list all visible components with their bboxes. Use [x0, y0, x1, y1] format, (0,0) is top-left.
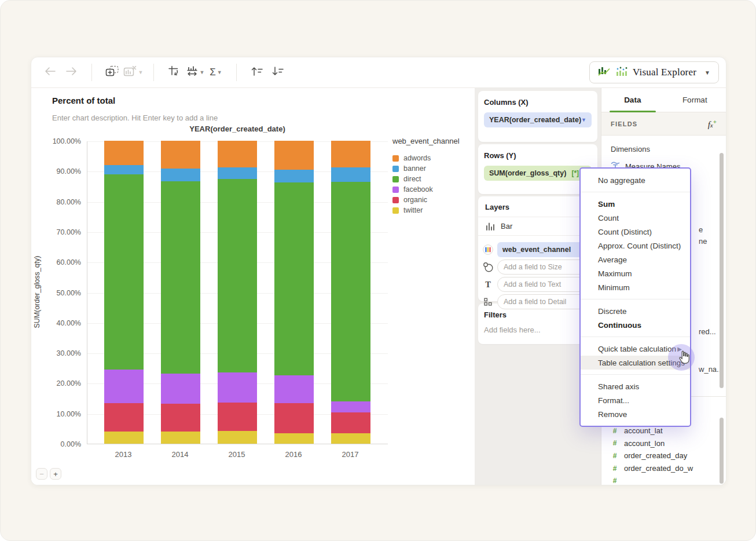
dimensions-scrollbar[interactable] — [720, 153, 724, 388]
bar-segment-banner[interactable] — [104, 165, 144, 174]
bar-segment-adwords[interactable] — [331, 141, 370, 167]
bar-segment-twitter[interactable] — [218, 431, 257, 444]
bar-segment-facebook[interactable] — [104, 370, 144, 403]
menu-item-maximum[interactable]: Maximum — [581, 266, 690, 280]
text-encoding-icon: T — [483, 280, 493, 289]
y-tick-label: 10.00% — [31, 410, 81, 418]
toolbar-divider — [153, 64, 154, 81]
bar-segment-twitter[interactable] — [331, 433, 370, 444]
back-arrow-button[interactable] — [42, 64, 59, 81]
bar-segment-organic[interactable] — [161, 404, 200, 432]
stacked-bar-2017[interactable] — [331, 141, 370, 444]
bar-segment-banner[interactable] — [161, 169, 200, 181]
menu-item-discrete[interactable]: Discrete — [581, 304, 690, 318]
menu-item-count[interactable]: Count — [581, 211, 690, 225]
legend-item-adwords[interactable]: adwords — [392, 153, 474, 163]
bar-segment-facebook[interactable] — [331, 401, 370, 412]
bar-segment-banner[interactable] — [274, 170, 314, 182]
menu-item-approx-count-distinct[interactable]: Approx. Count (Distinct) — [581, 239, 690, 253]
stacked-bar-2013[interactable] — [104, 141, 144, 444]
menu-item-label: Count — [598, 214, 619, 222]
sigma-button[interactable]: Σ▼ — [207, 64, 225, 81]
tab-data[interactable]: Data — [601, 88, 664, 112]
bar-segment-twitter[interactable] — [161, 432, 200, 444]
filters-drop-zone[interactable]: Add fields here... — [484, 326, 592, 334]
legend-item-banner[interactable]: banner — [392, 163, 474, 174]
menu-item-format[interactable]: Format... — [581, 393, 690, 407]
svg-text:T: T — [485, 280, 491, 289]
menu-item-no-aggregate[interactable]: No aggregate — [581, 173, 690, 187]
size-drop-zone[interactable]: Add a field to Size — [497, 259, 593, 275]
zoom-out-button[interactable]: − — [36, 468, 47, 480]
bar-segment-facebook[interactable] — [218, 372, 257, 403]
stacked-bar-2014[interactable] — [161, 141, 200, 444]
menu-item-label: Sum — [598, 200, 615, 209]
menu-item-minimum[interactable]: Minimum — [581, 280, 690, 294]
forward-arrow-button[interactable] — [63, 64, 80, 81]
number-field-icon: # — [611, 477, 619, 485]
color-field-pill[interactable]: web_event_channel ▼ — [497, 242, 593, 257]
bar-segment-facebook[interactable] — [274, 375, 314, 403]
bar-segment-twitter[interactable] — [104, 432, 144, 444]
columns-pill[interactable]: YEAR(order_created_date) ▼ — [484, 112, 592, 127]
menu-item-sum[interactable]: Sum — [581, 197, 690, 211]
bar-segment-adwords[interactable] — [161, 141, 200, 169]
bar-segment-facebook[interactable] — [161, 374, 200, 404]
visual-explorer-selector[interactable]: Visual Explorer ▼ — [589, 61, 719, 83]
legend-item-organic[interactable]: organic — [392, 195, 474, 205]
y-tick-label: 90.00% — [31, 167, 81, 176]
sort-descending-button[interactable] — [269, 64, 287, 81]
bar-segment-organic[interactable] — [274, 403, 314, 433]
bar-segment-organic[interactable] — [331, 412, 370, 433]
chart-description-input[interactable]: Enter chart description. Hit Enter key t… — [52, 114, 218, 122]
measures-scrollbar[interactable] — [720, 418, 724, 484]
bar-segment-banner[interactable] — [331, 167, 370, 182]
mark-type-label: Bar — [501, 222, 512, 231]
detail-drop-zone[interactable]: Add a field to Detail — [497, 294, 593, 309]
legend-label: facebook — [403, 185, 433, 193]
rows-pill[interactable]: SUM(order_gloss_qty) [*] ▼ — [484, 166, 592, 181]
menu-item-quick-table-calculation[interactable]: Quick table calculation▶ — [581, 342, 690, 356]
text-drop-zone[interactable]: Add a field to Text — [497, 277, 593, 292]
stacked-bar-2015[interactable] — [218, 141, 257, 444]
menu-item-table-calculation-settings[interactable]: Table calculation settings — [581, 356, 690, 370]
menu-item-label: Shared axis — [598, 382, 639, 391]
dimensions-label: Dimensions — [611, 145, 717, 153]
field-item-partial[interactable]: # — [611, 474, 717, 485]
bar-segment-adwords[interactable] — [274, 141, 314, 170]
bar-segment-direct[interactable] — [104, 174, 144, 370]
color-encoding-icon — [483, 244, 493, 255]
bar-segment-direct[interactable] — [218, 179, 257, 372]
bar-segment-twitter[interactable] — [274, 433, 314, 444]
sort-ascending-button[interactable] — [248, 64, 266, 81]
field-item-order_created_do_w[interactable]: #order_created_do_w — [611, 462, 717, 475]
bar-segment-organic[interactable] — [218, 403, 257, 431]
menu-item-average[interactable]: Average — [581, 253, 690, 266]
legend-item-facebook[interactable]: facebook — [392, 184, 474, 195]
bar-segment-direct[interactable] — [331, 182, 370, 401]
menu-item-shared-axis[interactable]: Shared axis — [581, 379, 690, 393]
bar-segment-adwords[interactable] — [218, 141, 257, 167]
bar-segment-direct[interactable] — [161, 181, 200, 374]
zoom-in-button[interactable]: + — [50, 468, 61, 480]
add-calculated-field-icon[interactable]: fx+ — [708, 118, 717, 130]
swap-axes-button[interactable] — [166, 64, 183, 81]
menu-item-continuous[interactable]: Continuous — [581, 318, 690, 332]
duplicate-chart-button[interactable] — [104, 64, 121, 81]
field-item-order_created_day[interactable]: #order_created_day — [611, 449, 717, 462]
stacked-bar-2016[interactable] — [274, 141, 314, 444]
bar-segment-organic[interactable] — [104, 403, 144, 432]
menu-item-count-distinct[interactable]: Count (Distinct) — [581, 225, 690, 239]
remove-chart-button[interactable]: ▼ — [124, 64, 142, 81]
distribution-button[interactable]: ▼ — [186, 64, 204, 81]
bar-segment-banner[interactable] — [218, 167, 257, 179]
legend-item-twitter[interactable]: twitter — [392, 205, 474, 215]
menu-item-remove[interactable]: Remove — [581, 407, 690, 421]
tab-format[interactable]: Format — [664, 88, 726, 112]
field-item-account_lon[interactable]: #account_lon — [611, 437, 717, 449]
legend-item-direct[interactable]: direct — [392, 174, 474, 184]
bar-segment-adwords[interactable] — [104, 141, 144, 165]
chart-title[interactable]: Percent of total — [52, 96, 115, 105]
bar-segment-direct[interactable] — [274, 182, 314, 375]
chevron-down-icon[interactable]: ▼ — [581, 117, 586, 123]
